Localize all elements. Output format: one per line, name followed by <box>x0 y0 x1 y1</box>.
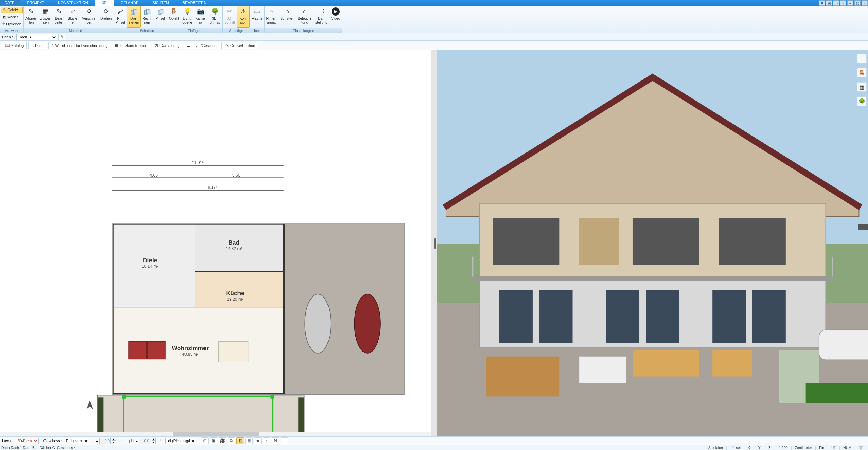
layers-icon: ≣ <box>187 43 190 48</box>
sizepos-icon: ⤡ <box>226 43 229 48</box>
dach-button[interactable]: ⌂Dach <box>28 42 47 49</box>
svg-text:9,17⁶: 9,17⁶ <box>208 185 218 190</box>
view-2d[interactable]: Bad14,32 m²Diele18,14 m²Küche19,20 m²Woh… <box>0 50 433 436</box>
kollision-button[interactable]: ⚠Kolli-sion <box>237 6 250 28</box>
status-rf: RF <box>855 446 867 450</box>
selekt-button[interactable]: ↖Selekt <box>1 7 23 13</box>
verschieben-button[interactable]: ✥Verschie-ben <box>80 6 99 28</box>
room-area: 14,32 m² <box>226 246 242 251</box>
darstellen-button[interactable]: Dar-stellen <box>127 6 141 28</box>
svg-rect-44 <box>712 290 746 343</box>
window-icon[interactable]: ▭ <box>833 0 839 6</box>
clock-icon[interactable]: ◴ <box>201 437 209 444</box>
status-ein: Ein <box>815 446 828 450</box>
lichtquelle-button[interactable]: 💡Licht-quelle <box>181 6 194 28</box>
drehen-button[interactable]: ⟳Drehen <box>99 6 113 28</box>
cube-icon <box>142 7 152 16</box>
restore-button[interactable]: ▢ <box>854 0 861 6</box>
skalieren-button[interactable]: ⤢Skalie-ren <box>66 6 80 28</box>
menu-konstruktion[interactable]: KONSTRUKTION <box>51 0 95 6</box>
menu-gelaende[interactable]: GELÄNDE <box>114 0 146 6</box>
close-button[interactable]: × <box>862 0 868 6</box>
menu-bearbeiten[interactable]: BEARBEITEN <box>176 0 214 6</box>
svg-rect-45 <box>752 290 785 343</box>
abgreifen-button[interactable]: ✎Abgrei-fen <box>24 6 39 28</box>
n-icon[interactable]: N <box>272 437 279 444</box>
layers-panel-button[interactable]: ≣ <box>857 54 867 63</box>
dl-select[interactable]: dl (Richtung/Di <box>165 438 196 444</box>
svg-marker-29 <box>446 77 859 217</box>
dbitmap-button[interactable]: 🌳3D-Bitmap <box>208 6 222 28</box>
rechnen-button[interactable]: Rech-nen <box>141 6 154 28</box>
mark-button[interactable]: ◩Mark. <box>1 14 23 20</box>
furniture-panel-button[interactable]: 🪑 <box>857 68 867 77</box>
layer-select[interactable]: 2D-Elemen <box>15 438 39 444</box>
beleuchtung-button[interactable]: ⌂Beleuch-tung <box>296 6 314 28</box>
katalog-button[interactable]: 📖Katalog <box>2 42 27 49</box>
svg-text:11,01⁶: 11,01⁶ <box>192 160 204 165</box>
wandunddachverschneidung-button[interactable]: △Wand- und Dachverschneidung <box>48 42 111 49</box>
svg-rect-16 <box>218 341 248 362</box>
phi-input[interactable] <box>139 438 150 444</box>
plants-panel-button[interactable]: 🌳 <box>857 96 867 106</box>
svg-rect-36 <box>473 277 832 281</box>
holzkonstruktion-button[interactable]: ▦Holzkonstruktion <box>112 42 150 49</box>
cam-icon[interactable]: 🎥 <box>219 437 226 444</box>
dach-select[interactable]: Dach B <box>16 34 57 40</box>
roof-small-icon: ⌂ <box>14 35 16 39</box>
optionen-button[interactable]: ✚Optionen <box>1 21 23 27</box>
view-3d[interactable]: ≣ 🪑 ▦ 🌳 <box>437 50 868 436</box>
hinpinsel-button[interactable]: 🖌Hin.Pinsel <box>113 6 127 28</box>
cut3d-icon: ✂ <box>225 7 234 16</box>
pinsel-button[interactable]: Pinsel <box>154 6 167 28</box>
kamera-button[interactable]: 📷Kame-ra <box>194 6 208 28</box>
grid-icon[interactable]: ▦ <box>245 437 253 444</box>
phi-spinner[interactable]: ▲▼ <box>152 438 156 444</box>
side-handle[interactable] <box>858 224 868 230</box>
l-input[interactable] <box>99 438 111 444</box>
zuweisen-button[interactable]: ▦Zuwei-sen <box>39 6 53 28</box>
intersect-icon: △ <box>51 43 54 48</box>
menu-sichten[interactable]: SICHTEN <box>145 0 176 6</box>
svg-rect-25 <box>98 397 103 432</box>
ddarstellung-button[interactable]: 2D Darstellung <box>152 42 183 49</box>
greposition-button[interactable]: ⤡Größe/Position <box>223 42 258 49</box>
status-num: NUM <box>839 446 855 450</box>
hintergrund-button[interactable]: ⌂Hinter-grund <box>265 6 279 28</box>
north-icon[interactable]: Ⓝ <box>263 437 270 444</box>
ortho-icon[interactable]: ◧ <box>236 437 244 444</box>
splitter[interactable] <box>433 50 437 436</box>
geschoss-label: Geschoss : <box>43 439 62 443</box>
help-icon[interactable]: ? <box>840 0 846 6</box>
flche-button[interactable]: ▭Fläche <box>250 6 264 28</box>
bearbeiten-button[interactable]: ✎Bear-beiten <box>53 6 66 28</box>
menu-icon[interactable]: ⋮ <box>281 437 288 444</box>
phi-label: phi = <box>129 439 138 443</box>
plus-icon: ✚ <box>2 22 5 26</box>
edit-pencil-button[interactable]: ✎ <box>58 34 66 40</box>
house-icon: ⌂ <box>267 7 276 16</box>
darstellung-button[interactable]: 🖵Dar-stellung <box>314 6 329 28</box>
menu-projekt[interactable]: PROJEKT <box>20 0 52 6</box>
objekt-button[interactable]: 🪑Objekt <box>167 6 181 28</box>
svg-rect-51 <box>819 330 868 360</box>
menu-3d[interactable]: 3D <box>95 0 114 6</box>
colors-panel-button[interactable]: ▦ <box>857 82 867 92</box>
minimize-button[interactable]: – <box>847 0 853 6</box>
hscrollbar-2d[interactable] <box>0 432 431 436</box>
l-spinner[interactable]: ▲▼ <box>112 438 116 444</box>
layergeschoss-button[interactable]: ≣Layer/Geschoss <box>184 42 221 49</box>
clipboard-icon[interactable]: ▣ <box>826 0 832 6</box>
geschoss-select[interactable]: Erdgeschos <box>64 438 89 444</box>
schatten-button[interactable]: ⌂Schatten <box>279 6 296 28</box>
video-button[interactable]: ▶Video <box>329 6 342 28</box>
record-icon[interactable]: ▣ <box>210 437 217 444</box>
snap-icon[interactable]: ◆ <box>254 437 262 444</box>
menu-datei[interactable]: DATEI <box>0 0 20 6</box>
room-label: Wohnzimmer <box>172 345 209 352</box>
book-icon: 📖 <box>5 43 10 48</box>
group-info: Info <box>250 28 264 33</box>
group-sonstige: Sonstige <box>223 28 250 33</box>
copy-icon[interactable]: ⧉ <box>228 437 235 444</box>
tools-icon[interactable]: ✖ <box>819 0 825 6</box>
